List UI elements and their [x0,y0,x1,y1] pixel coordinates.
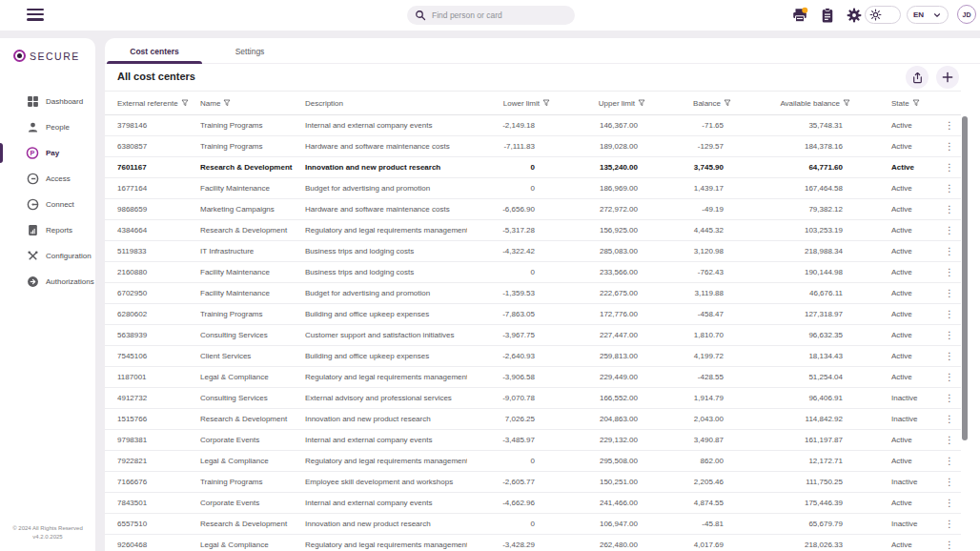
filter-icon[interactable] [542,99,550,107]
column-header-balance[interactable]: Balance [645,99,731,108]
row-actions-button[interactable]: ⋮ [943,307,956,322]
table-row[interactable]: 7166676Training ProgramsEmployee skill d… [105,472,961,493]
cell-desc: Internal and external company events [305,436,467,444]
cell-available: 190,144.98 [731,268,850,276]
sidebar-item-configuration[interactable]: Configuration [0,243,95,269]
hamburger-menu-icon[interactable] [27,9,44,22]
filter-icon[interactable] [843,99,850,107]
column-header-ref[interactable]: External referente [117,99,200,108]
table-row[interactable]: 1677164Facility MaintenanceBudget for ad… [105,178,961,199]
row-actions-button[interactable]: ⋮ [943,433,956,448]
row-actions-button[interactable]: ⋮ [943,181,956,196]
table-row[interactable]: 7843501Corporate EventsInternal and exte… [105,493,961,514]
export-button[interactable] [906,66,929,89]
table-row[interactable]: 9798381Corporate EventsInternal and exte… [105,430,961,451]
row-actions-button[interactable]: ⋮ [943,244,956,259]
row-actions-button[interactable]: ⋮ [943,370,956,385]
copyright-text: © 2024 All Rights Reserved [0,525,95,531]
cell-name: Facility Maintenance [200,184,305,193]
table-row[interactable]: 1515766Research & DevelopmentInnovation … [105,409,961,430]
gear-icon[interactable] [846,7,863,24]
global-search[interactable] [407,6,575,25]
filter-icon[interactable] [724,99,731,107]
cell-ref: 2160880 [117,268,200,276]
cell-desc: Business trips and lodging costs [305,268,467,276]
sidebar-item-connect[interactable]: Connect [0,192,95,217]
row-actions-button[interactable]: ⋮ [943,349,956,364]
tab-settings[interactable]: Settings [202,38,297,64]
cell-state: Active [850,268,925,276]
column-header-name[interactable]: Name [200,99,305,108]
tab-cost-centers[interactable]: Cost centers [107,38,202,64]
row-actions-button[interactable]: ⋮ [943,160,956,175]
table-row[interactable]: 2160880Facility MaintenanceBusiness trip… [105,262,961,283]
table-row[interactable]: 4384664Research & DevelopmentRegulatory … [105,220,961,241]
sidebar-footer: © 2024 All Rights Reserved v4.2.0.2025 [0,525,95,540]
cell-available: 96,632.35 [731,331,850,339]
printer-icon[interactable] [791,7,808,24]
filter-icon[interactable] [912,99,920,107]
row-actions-button[interactable]: ⋮ [943,454,956,469]
language-select[interactable]: EN [907,6,949,24]
cell-upper: 166,552.00 [550,394,645,402]
sidebar-item-dashboard[interactable]: Dashboard [0,89,95,114]
report-icon [26,224,39,237]
cell-state: Active [850,310,925,318]
filter-icon[interactable] [638,99,645,107]
filter-icon[interactable] [223,99,231,107]
search-input[interactable] [432,10,567,20]
row-actions-button[interactable]: ⋮ [943,475,956,490]
row-actions-button[interactable]: ⋮ [943,223,956,238]
sidebar-item-pay[interactable]: PPay [0,140,95,166]
column-header-state[interactable]: State [850,99,925,108]
row-actions-button[interactable]: ⋮ [943,328,956,343]
table-row[interactable]: 5119833IT InfrastructureBusiness trips a… [105,241,961,262]
clipboard-icon[interactable] [819,7,836,24]
cell-desc: Innovation and new product research [305,520,467,528]
brand-logo[interactable]: SECURE [13,50,80,62]
cell-lower: -3,906.58 [467,373,550,381]
table-row[interactable]: 1187001Legal & ComplianceRegulatory and … [105,367,961,388]
cell-state: Active [850,457,925,465]
cell-ref: 6702950 [117,289,200,297]
filter-icon[interactable] [181,99,189,107]
row-actions-button[interactable]: ⋮ [943,202,956,217]
table-row[interactable]: 9868659Marketing CampaignsHardware and s… [105,199,961,220]
theme-toggle[interactable] [865,6,901,24]
table-row[interactable]: 4912732Consulting ServicesExternal advis… [105,388,961,409]
table-row[interactable]: 5638939Consulting ServicesCustomer suppo… [105,325,961,346]
row-actions-button[interactable]: ⋮ [943,286,956,301]
table-row[interactable]: 6557510Research & DevelopmentInnovation … [105,514,961,535]
vertical-scrollbar[interactable] [962,116,968,551]
sidebar-item-people[interactable]: People [0,114,95,140]
row-actions-button[interactable]: ⋮ [943,517,956,532]
table-row[interactable]: 7545106Client ServicesBuilding and offic… [105,346,961,367]
table-row[interactable]: 6280602Training ProgramsBuilding and off… [105,304,961,325]
add-cost-center-button[interactable] [936,66,959,89]
table-row[interactable]: 6380857Training ProgramsHardware and sof… [105,136,961,157]
scrollbar-thumb[interactable] [962,116,968,440]
table-row[interactable]: 6702950Facility MaintenanceBudget for ad… [105,283,961,304]
row-actions-button[interactable]: ⋮ [943,139,956,154]
table-row[interactable]: 7922821Legal & ComplianceRegulatory and … [105,451,961,472]
row-actions-button[interactable]: ⋮ [943,496,956,511]
cell-ref: 4384664 [117,226,200,235]
row-actions-button[interactable]: ⋮ [943,412,956,427]
cell-name: IT Infrastructure [200,247,305,255]
table-row[interactable]: 9260468Legal & ComplianceRegulatory and … [105,535,961,551]
row-actions-button[interactable]: ⋮ [943,391,956,406]
row-actions-button[interactable]: ⋮ [943,538,956,551]
row-actions-button[interactable]: ⋮ [943,118,956,133]
column-header-upper[interactable]: Upper limit [550,99,645,108]
column-header-lower[interactable]: Lower limit [467,99,550,108]
table-row[interactable]: 7601167Research & DevelopmentInnovation … [105,157,961,178]
sidebar-item-reports[interactable]: Reports [0,217,95,243]
sidebar-item-access[interactable]: Access [0,166,95,192]
sidebar-item-authorizations[interactable]: Authorizations [0,269,95,295]
cell-ref: 1677164 [117,184,200,193]
user-avatar[interactable]: JD [957,5,976,24]
row-actions-button[interactable]: ⋮ [943,265,956,280]
cell-desc: Building and office upkeep expenses [305,310,467,318]
column-header-available[interactable]: Available balance [731,99,850,108]
table-row[interactable]: 3798146Training ProgramsInternal and ext… [105,115,961,136]
